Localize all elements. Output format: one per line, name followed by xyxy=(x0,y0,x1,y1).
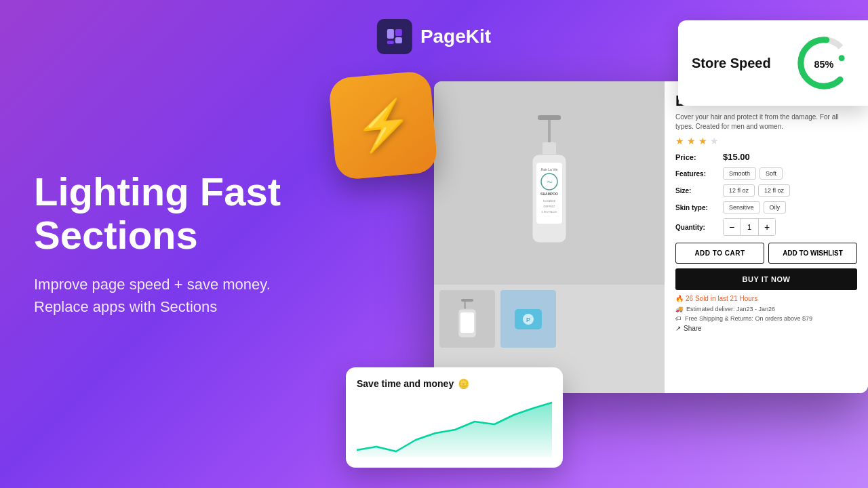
coin-icon: 🪙 xyxy=(458,378,469,389)
svg-text:& REVITALIZE: & REVITALIZE xyxy=(541,211,557,214)
lightning-symbol: ⚡ xyxy=(351,95,415,155)
feature-smooth[interactable]: Smooth xyxy=(723,167,756,180)
add-to-cart-button[interactable]: ADD TO CART xyxy=(675,243,764,264)
thumbnail-1[interactable] xyxy=(439,290,495,348)
share-label: Share xyxy=(684,325,702,332)
price-value: $15.00 xyxy=(723,152,750,162)
delivery-icon: 🚚 xyxy=(675,306,683,312)
svg-rect-5 xyxy=(538,115,561,120)
svg-text:85%: 85% xyxy=(814,59,834,70)
features-label: Features: xyxy=(675,170,723,178)
product-main-image: Hair La Vie 〜 SHAMPOO CLEANSE DEFRIZZ & … xyxy=(434,81,665,285)
star-2: ★ xyxy=(687,136,696,146)
hero-headline: Lighting Fast Sections xyxy=(34,170,292,257)
pagekit-logo: PageKit xyxy=(377,19,491,54)
shipping-text: Free Shipping & Returns: On orders above… xyxy=(685,315,812,322)
product-details-side: Beaut Cover your hair and protect it fro… xyxy=(665,81,868,393)
thumb-bottle-icon xyxy=(450,299,484,340)
sold-text: 26 Sold in last 21 Hours xyxy=(686,295,757,302)
pagekit-svg-icon xyxy=(385,27,404,46)
price-label: Price: xyxy=(675,153,723,161)
svg-point-26 xyxy=(839,55,845,61)
skin-type-row: Skin type: Sensitive Oily xyxy=(675,201,857,214)
store-speed-card: Store Speed 85% xyxy=(678,20,868,106)
store-speed-title: Store Speed xyxy=(692,56,771,71)
features-row: Features: Smooth Soft xyxy=(675,167,857,180)
size-12fl-1[interactable]: 12 fl oz xyxy=(723,184,755,197)
add-to-wishlist-button[interactable]: ADD TO WISHLIST xyxy=(768,243,857,264)
svg-rect-2 xyxy=(395,37,402,43)
price-row: Price: $15.00 xyxy=(675,152,857,162)
quantity-increase[interactable]: + xyxy=(759,219,775,235)
svg-rect-3 xyxy=(387,41,394,44)
svg-rect-1 xyxy=(395,29,402,36)
savings-chart-svg xyxy=(357,396,552,457)
sold-info: 🔥 26 Sold in last 21 Hours xyxy=(675,295,857,302)
product-description: Cover your hair and protect it from the … xyxy=(675,113,857,131)
svg-rect-6 xyxy=(542,142,556,156)
svg-rect-0 xyxy=(387,29,394,39)
size-label: Size: xyxy=(675,187,723,195)
gauge-chart: 85% xyxy=(793,33,854,94)
skin-sensitive[interactable]: Sensitive xyxy=(723,201,760,214)
product-thumbnails: P xyxy=(434,285,665,353)
pagekit-name: PageKit xyxy=(420,26,491,47)
save-time-header: Save time and money 🪙 xyxy=(357,378,552,389)
svg-text:〜: 〜 xyxy=(547,179,553,186)
hero-subtext: Improve page speed + save money. Replace… xyxy=(34,273,292,318)
svg-rect-18 xyxy=(461,299,473,302)
quantity-value: 1 xyxy=(740,219,759,235)
gauge-svg: 85% xyxy=(793,33,854,94)
hero-section: Lighting Fast Sections Improve page spee… xyxy=(34,170,292,318)
product-mockup: Hair La Vie 〜 SHAMPOO CLEANSE DEFRIZZ & … xyxy=(434,81,868,393)
features-options: Smooth Soft xyxy=(723,167,783,180)
star-3: ★ xyxy=(698,136,707,146)
quantity-decrease[interactable]: − xyxy=(724,219,740,235)
share-icon: ↗ xyxy=(675,325,681,332)
skin-type-options: Sensitive Oily xyxy=(723,201,786,214)
svg-text:Hair La Vie: Hair La Vie xyxy=(541,167,558,171)
shampoo-bottle-svg: Hair La Vie 〜 SHAMPOO CLEANSE DEFRIZZ & … xyxy=(519,115,580,251)
svg-text:P: P xyxy=(526,317,530,323)
shipping-info: 🏷 Free Shipping & Returns: On orders abo… xyxy=(675,315,857,322)
quantity-controls: − 1 + xyxy=(723,218,776,236)
size-options: 12 fl oz 12 fl oz xyxy=(723,184,790,197)
size-row: Size: 12 fl oz 12 fl oz xyxy=(675,184,857,197)
quantity-row: Quantity: − 1 + xyxy=(675,218,857,236)
delivery-text: Estimated deliver: Jan23 - Jan26 xyxy=(686,306,775,312)
pagekit-icon xyxy=(377,19,412,54)
thumbnail-2[interactable]: P xyxy=(500,290,556,348)
savings-chart xyxy=(357,396,552,457)
fire-icon: 🔥 xyxy=(675,295,684,302)
delivery-info: 🚚 Estimated deliver: Jan23 - Jan26 xyxy=(675,306,857,312)
save-time-card: Save time and money 🪙 xyxy=(346,367,563,468)
product-stars: ★ ★ ★ ★ xyxy=(675,136,857,146)
svg-text:SHAMPOO: SHAMPOO xyxy=(540,192,558,196)
quantity-label: Quantity: xyxy=(675,224,723,231)
thumb-product-icon: P xyxy=(508,299,549,340)
shipping-icon: 🏷 xyxy=(675,315,682,322)
action-buttons: ADD TO CART ADD TO WISHLIST xyxy=(675,243,857,264)
svg-rect-16 xyxy=(532,243,566,248)
star-1: ★ xyxy=(675,136,684,146)
product-image-side: Hair La Vie 〜 SHAMPOO CLEANSE DEFRIZZ & … xyxy=(434,81,665,393)
lightning-icon-container: ⚡ xyxy=(332,75,441,183)
share-row[interactable]: ↗ Share xyxy=(675,325,857,332)
svg-rect-20 xyxy=(460,312,474,333)
lightning-bg: ⚡ xyxy=(328,70,439,181)
buy-now-button[interactable]: BUY IT NOW xyxy=(675,268,857,290)
star-4: ★ xyxy=(710,136,719,146)
skin-type-label: Skin type: xyxy=(675,204,723,211)
feature-soft[interactable]: Soft xyxy=(760,167,783,180)
save-time-title: Save time and money xyxy=(357,378,454,389)
svg-text:CLEANSE: CLEANSE xyxy=(543,199,556,203)
size-12fl-2[interactable]: 12 fl oz xyxy=(758,184,790,197)
svg-text:DEFRIZZ: DEFRIZZ xyxy=(544,205,555,208)
skin-oily[interactable]: Oily xyxy=(764,201,787,214)
